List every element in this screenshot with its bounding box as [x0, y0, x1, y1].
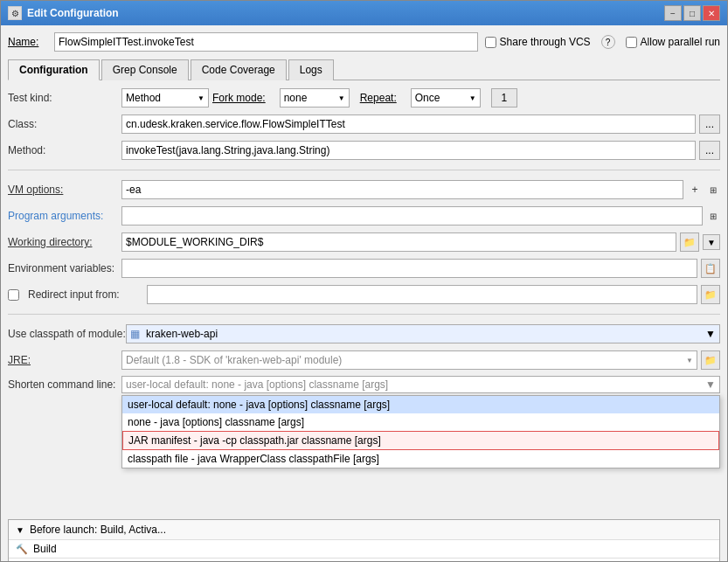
shorten-select[interactable]: user-local default: none - java [options… [121, 376, 720, 393]
tab-configuration[interactable]: Configuration [8, 59, 100, 80]
title-controls: − □ ✕ [664, 5, 720, 21]
main-window: ⚙ Edit Configuration − □ ✕ Name: Share t… [0, 0, 728, 562]
form-area: Test kind: Method ▼ Fork mode: none ▼ Re… [8, 87, 720, 397]
jre-arrow: ▼ [686, 357, 693, 364]
working-dir-browse-button[interactable]: 📁 [680, 232, 699, 252]
env-vars-control: 📋 [121, 259, 720, 278]
fork-mode-arrow: ▼ [338, 94, 345, 102]
launch-toolbar: + − ✎ ▲ ▼ [9, 558, 719, 561]
vm-options-row: VM options: + ⊞ [8, 179, 720, 200]
classpath-row: Use classpath of module: ▦ kraken-web-ap… [8, 323, 720, 344]
program-args-label: Program arguments: [8, 210, 121, 222]
tab-code-coverage[interactable]: Code Coverage [191, 59, 287, 80]
working-dir-input[interactable] [121, 232, 676, 252]
redirect-input[interactable] [147, 285, 697, 304]
repeat-select[interactable]: Once ▼ [411, 88, 481, 108]
tab-logs[interactable]: Logs [288, 59, 334, 80]
redirect-label: Redirect input from: [28, 288, 142, 301]
before-launch-collapse[interactable]: ▼ [16, 525, 24, 535]
class-input[interactable] [121, 114, 696, 134]
name-label: Name: [8, 36, 47, 48]
program-args-control: ⊞ [121, 206, 720, 225]
vm-options-label: VM options: [8, 184, 121, 196]
content-area: Name: Share through VCS ? Allow parallel… [1, 25, 727, 561]
jre-label: JRE: [8, 354, 121, 366]
fork-repeat-area: Fork mode: none ▼ Repeat: Once ▼ [212, 88, 517, 108]
program-args-row: Program arguments: ⊞ [8, 205, 720, 226]
repeat-number-input[interactable] [491, 88, 517, 108]
launch-build-item[interactable]: 🔨 Build [9, 540, 719, 558]
working-dir-row: Working directory: 📁 ▼ [8, 232, 720, 253]
vm-options-input[interactable] [121, 180, 683, 199]
vm-options-expand-button[interactable]: ⊞ [706, 183, 720, 197]
redirect-control: 📁 [147, 285, 720, 304]
jre-browse-button[interactable]: 📁 [701, 350, 720, 370]
redirect-checkbox[interactable] [8, 289, 19, 301]
env-vars-edit-button[interactable]: 📋 [701, 259, 720, 278]
tab-bar: Configuration Grep Console Code Coverage… [8, 59, 720, 80]
before-launch-title: Before launch: Build, Activa... [30, 524, 166, 536]
build-label: Build [33, 543, 57, 555]
test-kind-label: Test kind: [8, 92, 121, 104]
window-title: Edit Configuration [27, 7, 119, 19]
shorten-row: Shorten command line: user-local default… [8, 376, 720, 397]
build-icon: 🔨 [16, 544, 28, 555]
classpath-label: Use classpath of module: [8, 328, 126, 340]
class-browse-button[interactable]: ... [699, 114, 720, 134]
maximize-button[interactable]: □ [683, 5, 701, 21]
title-bar-left: ⚙ Edit Configuration [8, 6, 119, 20]
title-bar: ⚙ Edit Configuration − □ ✕ [1, 1, 727, 25]
test-kind-select[interactable]: Method ▼ [121, 88, 209, 108]
method-input[interactable] [121, 141, 696, 160]
close-button[interactable]: ✕ [703, 5, 720, 21]
tab-grep-console[interactable]: Grep Console [101, 59, 189, 80]
method-label: Method: [8, 144, 121, 156]
parallel-label[interactable]: Allow parallel run [626, 36, 720, 48]
env-vars-input[interactable] [121, 259, 697, 278]
program-args-expand-button[interactable]: ⊞ [706, 209, 720, 223]
redirect-row: Redirect input from: 📁 [8, 284, 720, 305]
name-row-right: Share through VCS ? Allow parallel run [485, 35, 720, 49]
module-icon: ▦ [130, 328, 140, 340]
redirect-browse-button[interactable]: 📁 [701, 285, 720, 304]
shorten-option-1[interactable]: user-local default: none - java [options… [122, 396, 719, 413]
fork-mode-label: Fork mode: [212, 92, 266, 104]
repeat-label: Repeat: [360, 92, 397, 104]
class-control: ... [121, 114, 720, 134]
parallel-checkbox[interactable] [626, 37, 637, 48]
name-row: Name: Share through VCS ? Allow parallel… [8, 32, 720, 52]
shorten-arrow: ▼ [705, 378, 716, 391]
shorten-option-2[interactable]: none - java [options] classname [args] [122, 413, 719, 431]
test-kind-arrow: ▼ [198, 94, 205, 102]
program-args-input[interactable] [121, 206, 703, 225]
shorten-option-4[interactable]: classpath file - java WrapperClass class… [122, 450, 719, 468]
method-browse-button[interactable]: ... [699, 141, 720, 160]
test-kind-control: Method ▼ Fork mode: none ▼ Repeat: Once … [121, 88, 720, 108]
shorten-dropdown: user-local default: none - java [options… [121, 395, 720, 468]
window-icon: ⚙ [8, 6, 22, 20]
share-vcs-checkbox[interactable] [485, 37, 496, 48]
minimize-button[interactable]: − [664, 5, 682, 21]
before-launch-items: 🔨 Build + − ✎ ▲ ▼ [9, 540, 719, 561]
separator-2 [8, 314, 720, 315]
before-launch-section: ▼ Before launch: Build, Activa... 🔨 Buil… [8, 519, 720, 561]
working-dir-arrow-button[interactable]: ▼ [703, 234, 720, 250]
method-row: Method: ... [8, 140, 720, 161]
classpath-select[interactable]: ▦ kraken-web-api ▼ [126, 324, 720, 343]
method-control: ... [121, 141, 720, 160]
jre-select[interactable]: Default (1.8 - SDK of 'kraken-web-api' m… [121, 350, 697, 370]
jre-control: Default (1.8 - SDK of 'kraken-web-api' m… [121, 350, 720, 370]
name-input[interactable] [54, 32, 478, 52]
fork-mode-select[interactable]: none ▼ [280, 88, 350, 108]
share-vcs-label[interactable]: Share through VCS [485, 36, 591, 48]
jre-row: JRE: Default (1.8 - SDK of 'kraken-web-a… [8, 350, 720, 371]
help-button[interactable]: ? [601, 35, 615, 49]
test-kind-row: Test kind: Method ▼ Fork mode: none ▼ Re… [8, 87, 720, 108]
separator-1 [8, 170, 720, 170]
class-row: Class: ... [8, 114, 720, 135]
shorten-label: Shorten command line: [8, 376, 121, 391]
shorten-option-3[interactable]: JAR manifest - java -cp classpath.jar cl… [122, 431, 719, 450]
shorten-wrapper: user-local default: none - java [options… [121, 376, 720, 393]
vm-options-control: + ⊞ [121, 180, 720, 199]
vm-options-add-button[interactable]: + [687, 182, 703, 198]
